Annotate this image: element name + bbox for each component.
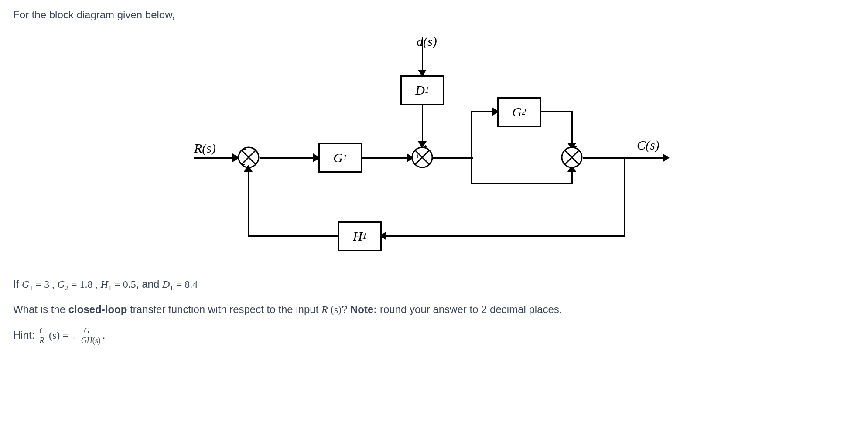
line-h1-to-sum1-h [248, 235, 338, 237]
line-sum1-to-g1 [260, 157, 316, 159]
line-h1-to-sum1-v [248, 169, 249, 237]
hint-rhs-den-3: (s) [92, 336, 101, 345]
h1-name: H [101, 279, 108, 290]
hint-lhs-num: C [38, 326, 46, 336]
eq3: = [112, 279, 123, 290]
g2-text: G [512, 105, 522, 119]
g2-value: 1.8 [80, 279, 93, 290]
line-g1-to-sum2 [362, 157, 410, 159]
arrow-to-c [663, 153, 670, 162]
block-diagram-container: R(s) + - G1 d(s) [13, 34, 855, 261]
given-prefix: If [13, 278, 22, 290]
block-g1: G1 [318, 143, 362, 173]
block-g2: G2 [497, 97, 541, 127]
line-g2-to-sum3-h [541, 111, 573, 112]
sum1-plus: + [242, 146, 246, 153]
prompt-arg: (s) [328, 304, 342, 315]
g2-name: G [57, 279, 65, 290]
prompt-p2: transfer function with respect to the in… [127, 303, 321, 315]
svg-marker-19 [244, 165, 253, 172]
question-intro: For the block diagram given below, [13, 9, 855, 21]
sum3-plus-bottom: + [565, 160, 569, 168]
note-text: round your answer to 2 decimal places. [377, 303, 562, 315]
d1-value: 8.4 [185, 279, 198, 290]
block-d1: D1 [400, 75, 444, 105]
summing-junction-2 [411, 146, 433, 168]
eq4: = [174, 279, 185, 290]
sum2-plus-top: + [424, 143, 427, 151]
hint-rhs-den-1: 1± [73, 336, 81, 345]
g1-sub: 1 [343, 153, 347, 163]
line-r-to-sum1 [194, 157, 236, 159]
line-bypass-h [471, 183, 573, 184]
hint-lhs-den: R [38, 336, 46, 345]
prompt-p1: What is the [13, 303, 68, 315]
hint-label: Hint: [13, 329, 38, 341]
line-to-g2 [471, 111, 495, 112]
prompt-bold: closed-loop [68, 303, 127, 315]
hint-lhs-frac: CR [38, 326, 46, 345]
note-bold: Note: [350, 303, 377, 315]
line-g2-to-sum3-v [571, 111, 573, 146]
disturbance-label: d(s) [417, 34, 437, 49]
block-h1: H1 [338, 221, 382, 251]
eq2: = [68, 279, 80, 290]
h1-text: H [353, 229, 362, 244]
comma2: , [93, 279, 101, 290]
input-label: R(s) [194, 141, 216, 156]
line-split-up [471, 111, 472, 158]
hint-rhs-den-2: GH [81, 336, 92, 345]
g1-text: G [333, 150, 343, 165]
block-diagram: R(s) + - G1 d(s) [194, 34, 674, 261]
line-d1-to-sum2 [422, 105, 423, 144]
prompt-p3: ? [342, 303, 350, 315]
line-feedback-h-right [382, 235, 625, 237]
hint-rhs-frac: G1±GH(s) [71, 326, 103, 345]
prompt-var: R [321, 304, 328, 315]
svg-marker-17 [663, 153, 670, 162]
d1-sub: 1 [425, 85, 429, 95]
g2-sub: 2 [522, 107, 526, 117]
g1-subscript: 1 [29, 284, 33, 292]
line-split-down [471, 157, 472, 184]
hint-period: . [103, 329, 106, 341]
output-label: C(s) [637, 138, 660, 153]
hint-rhs-den: 1±GH(s) [71, 336, 103, 345]
h1-value: 0.5 [123, 279, 136, 290]
question-prompt: What is the closed-loop transfer functio… [13, 303, 855, 316]
g2-subscript: 2 [65, 284, 68, 292]
d1-text: D [415, 83, 425, 98]
and-text: , and [136, 278, 162, 290]
d1-subscript: 1 [170, 284, 173, 292]
line-sum2-to-split [433, 157, 472, 159]
eq1: = [33, 279, 44, 290]
hint: Hint: CR (s) = G1±GH(s). [13, 326, 855, 345]
hint-arg: (s) = [46, 330, 71, 341]
g1-name: G [22, 279, 29, 290]
g1-value: 3 [44, 279, 49, 290]
d1-name: D [162, 279, 170, 290]
given-values: If G1 = 3 , G2 = 1.8 , H1 = 0.5, and D1 … [13, 278, 855, 292]
line-d-to-d1 [422, 40, 423, 73]
hint-rhs-num: G [71, 326, 103, 336]
h1-sub: 1 [362, 231, 367, 241]
sum3-plus-top: + [573, 143, 577, 151]
line-feedback-down [624, 157, 625, 237]
sum2-plus-left: + [416, 153, 420, 160]
summing-junction-3 [561, 146, 583, 168]
arrow-feedback-to-sum1 [244, 165, 253, 172]
comma1: , [49, 279, 57, 290]
